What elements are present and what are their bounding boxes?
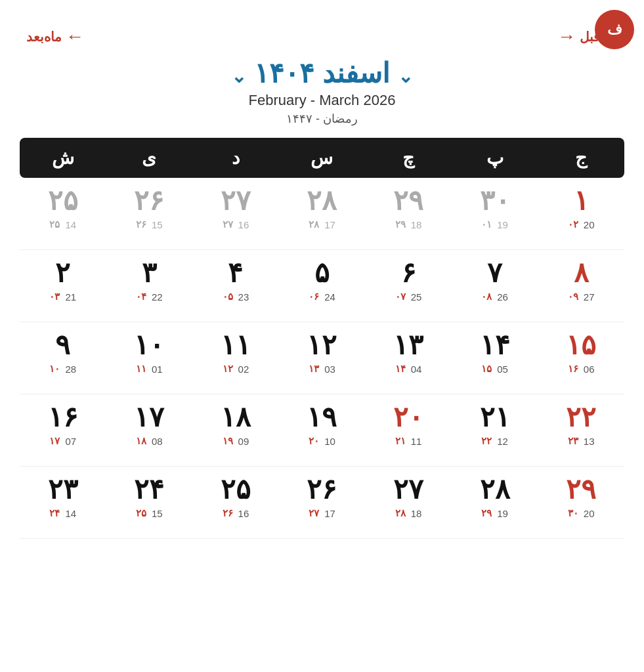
arabic-date: ۲۷ xyxy=(223,219,233,230)
calendar-container: ف ← ماه‌بعد ماه‌قبل → ⌄ اسفند ۱۴۰۴ ⌄ Feb… xyxy=(0,0,644,672)
calendar-cell[interactable]: ۱۴۱۵05 xyxy=(452,322,538,394)
persian-day-number: ۲۶ xyxy=(134,186,164,216)
calendar-cell[interactable]: ۲۵۲۵14 xyxy=(20,178,106,250)
gregorian-date: 03 xyxy=(324,364,335,375)
calendar-cell[interactable]: ۲۷۲۸18 xyxy=(365,467,452,539)
sub-dates: ۲۴14 xyxy=(49,507,76,519)
calendar-cell[interactable]: ۲۹۳۰20 xyxy=(538,467,624,539)
arabic-date: ۲۰ xyxy=(309,435,319,447)
calendar-cell[interactable]: ۱۸۱۹09 xyxy=(192,394,279,467)
calendar-cell[interactable]: ۱۳۱۴04 xyxy=(365,322,452,394)
sub-dates: ۲۶16 xyxy=(223,507,249,519)
gregorian-date: 20 xyxy=(584,219,595,230)
gregorian-date: 26 xyxy=(497,291,508,303)
next-arrow-icon: ← xyxy=(66,26,84,47)
calendar-cell[interactable]: ۲۰۲۱11 xyxy=(365,394,452,467)
arabic-date: ۲۸ xyxy=(309,219,319,230)
arabic-date: ۲۶ xyxy=(223,507,233,519)
calendar-cell[interactable]: ۲۲۲۳13 xyxy=(538,394,624,467)
persian-day-number: ۲۱ xyxy=(480,402,510,432)
arabic-date: ۳۰ xyxy=(568,507,578,519)
gregorian-date: 08 xyxy=(152,436,163,447)
calendar-cell[interactable]: ۲۶۲۷17 xyxy=(279,467,366,539)
persian-day-number: ۱۴ xyxy=(480,330,510,360)
calendar-cell[interactable]: ۱۵۱۶06 xyxy=(538,322,624,394)
sub-dates: ۲۲12 xyxy=(481,435,508,447)
gregorian-date: 06 xyxy=(584,364,595,375)
persian-day-number: ۱۲ xyxy=(307,330,337,360)
sub-dates: ۱۴04 xyxy=(395,363,422,375)
arabic-date: ۲۵ xyxy=(49,219,60,230)
calendar-cell[interactable]: ۲۰۳21 xyxy=(20,250,106,322)
arabic-date: ۲۷ xyxy=(309,507,319,519)
calendar-cell[interactable]: ۲۳۲۴14 xyxy=(20,467,106,539)
calendar-cell[interactable]: ۵۰۶24 xyxy=(279,250,366,322)
calendar-cell[interactable]: ۱۹۲۰10 xyxy=(279,394,366,467)
calendar-cell[interactable]: ۲۸۲۸17 xyxy=(279,178,366,250)
arabic-date: ۲۳ xyxy=(568,435,578,447)
calendar-cell[interactable]: ۱۲۱۳03 xyxy=(279,322,366,394)
arabic-date: ۱۰ xyxy=(49,363,60,375)
persian-day-number: ۳۰ xyxy=(480,186,510,216)
sub-dates: ۲۸18 xyxy=(395,507,422,519)
gregorian-date: 09 xyxy=(238,436,249,447)
sub-dates: ۲۰10 xyxy=(309,435,335,447)
sub-dates: ۰۶24 xyxy=(309,291,335,303)
sub-dates: ۰۴22 xyxy=(136,291,163,303)
persian-day-number: ۱ xyxy=(574,186,589,216)
calendar-cell[interactable]: ۲۸۲۹19 xyxy=(452,467,538,539)
calendar-cell[interactable]: ۲۴۲۵15 xyxy=(106,467,193,539)
calendar-cell[interactable]: ۱۰۱۱01 xyxy=(106,322,193,394)
arabic-date: ۱۲ xyxy=(223,363,233,375)
arabic-date: ۰۸ xyxy=(481,291,492,303)
gregorian-date: 16 xyxy=(238,219,249,230)
arabic-date: ۲۱ xyxy=(395,435,406,447)
sub-dates: ۰۵23 xyxy=(223,291,249,303)
calendar-cell[interactable]: ۱۷۱۸08 xyxy=(106,394,193,467)
gregorian-month-title: February - March 2026 xyxy=(13,92,631,109)
persian-day-number: ۱۶ xyxy=(48,402,78,432)
calendar-cell[interactable]: ۹۱۰28 xyxy=(20,322,106,394)
calendar-cell[interactable]: ۶۰۷25 xyxy=(365,250,452,322)
sub-dates: ۲۱11 xyxy=(395,435,422,447)
calendar-cell[interactable]: ۲۹۲۹18 xyxy=(365,178,452,250)
persian-day-number: ۵ xyxy=(314,258,330,288)
gregorian-date: 19 xyxy=(497,219,508,230)
gregorian-date: 01 xyxy=(152,364,163,375)
gregorian-date: 28 xyxy=(65,364,76,375)
calendar-cell[interactable]: ۲۶۲۶15 xyxy=(106,178,193,250)
gregorian-date: 23 xyxy=(238,291,249,303)
day-header-ج: ج xyxy=(538,147,624,169)
calendar-cell[interactable]: ۲۱۲۲12 xyxy=(452,394,538,467)
gregorian-date: 12 xyxy=(497,436,508,447)
arabic-date: ۲۹ xyxy=(481,507,492,519)
gregorian-date: 24 xyxy=(324,291,335,303)
gregorian-date: 07 xyxy=(65,436,76,447)
sub-dates: ۲۷17 xyxy=(309,507,335,519)
persian-day-number: ۲۸ xyxy=(480,474,510,505)
persian-day-number: ۱۹ xyxy=(307,402,337,432)
calendar-cell[interactable]: ۷۰۸26 xyxy=(452,250,538,322)
calendar-cell[interactable]: ۳۰۴22 xyxy=(106,250,193,322)
arabic-date: ۱۱ xyxy=(136,363,146,375)
calendar-cell[interactable]: ۸۰۹27 xyxy=(538,250,624,322)
gregorian-date: 14 xyxy=(65,508,76,519)
calendar-cell[interactable]: ۴۰۵23 xyxy=(192,250,279,322)
header-nav: ← ماه‌بعد ماه‌قبل → xyxy=(13,20,631,47)
gregorian-date: 13 xyxy=(584,436,595,447)
sub-dates: ۲۵14 xyxy=(49,219,76,230)
day-headers: شیدسچپج xyxy=(20,138,624,178)
day-header-ی: ی xyxy=(106,147,193,169)
sub-dates: ۰۳21 xyxy=(49,291,76,303)
persian-day-number: ۱۸ xyxy=(221,402,251,432)
next-month-button[interactable]: ← ماه‌بعد xyxy=(26,26,84,47)
arabic-date: ۰۵ xyxy=(223,291,233,303)
calendar-cell[interactable]: ۲۵۲۶16 xyxy=(192,467,279,539)
calendar-cell[interactable]: ۲۷۲۷16 xyxy=(192,178,279,250)
calendar-cell[interactable]: ۳۰۰۱19 xyxy=(452,178,538,250)
arabic-date: ۰۴ xyxy=(136,291,146,303)
calendar-cell[interactable]: ۱۶۱۷07 xyxy=(20,394,106,467)
calendar-cell[interactable]: ۱۱۱۲02 xyxy=(192,322,279,394)
calendar-cell[interactable]: ۱۰۲20 xyxy=(538,178,624,250)
gregorian-date: 18 xyxy=(411,508,422,519)
